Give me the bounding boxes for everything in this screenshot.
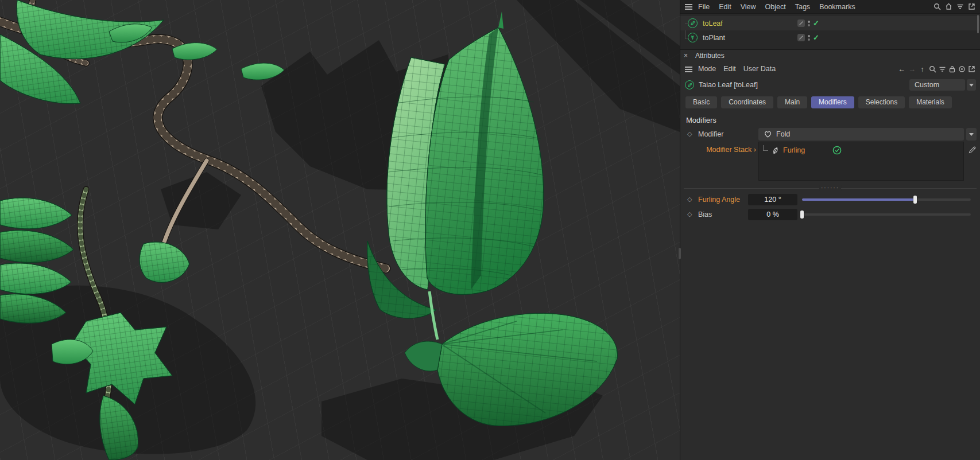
bias-value-field[interactable]: 0 %	[748, 209, 797, 220]
leaf-icon	[772, 146, 780, 154]
hamburger-menu-icon[interactable]	[685, 66, 692, 72]
object-row-toleaf[interactable]: toLeaf ✓	[680, 16, 980, 30]
scrollbar-thumb[interactable]	[977, 15, 979, 33]
panel-title: Attributes	[695, 52, 725, 60]
stack-item-label: Furling	[783, 146, 805, 154]
object-label[interactable]: toPlant	[703, 34, 725, 42]
tab-modifiers[interactable]: Modifiers	[811, 96, 854, 108]
keyframe-diamond-icon[interactable]: ◇	[687, 130, 692, 138]
application-window: File Edit View Object Tags Bookmarks	[0, 0, 980, 460]
search-icon[interactable]	[933, 3, 941, 11]
tab-selections[interactable]: Selections	[858, 96, 905, 108]
leaf-circle-icon	[688, 18, 698, 28]
selected-object-header: Taiao Leaf [toLeaf] Custom	[680, 76, 980, 93]
bias-row: ◇ Bias 0 %	[680, 207, 980, 222]
lock-icon[interactable]	[948, 65, 956, 73]
menu-user-data[interactable]: User Data	[743, 65, 776, 73]
filter-icon[interactable]	[956, 3, 964, 11]
slider-fill	[802, 198, 915, 201]
tree-elbow-icon	[763, 145, 768, 151]
bias-slider[interactable]	[802, 209, 971, 220]
viewport-3d[interactable]	[0, 0, 680, 460]
tab-basic[interactable]: Basic	[685, 96, 717, 108]
splitter-grip-dots: ······	[819, 185, 841, 191]
attributes-toolbar: Mode Edit User Data ← → ↑	[680, 61, 980, 76]
furling-angle-row: ◇ Furling Angle 120 °	[680, 192, 980, 207]
enable-check-icon[interactable]: ✓	[813, 20, 819, 27]
chevron-down-icon	[969, 84, 974, 87]
preset-dropdown[interactable]: Custom	[909, 79, 965, 91]
hamburger-menu-icon[interactable]	[685, 3, 692, 10]
tab-coordinates[interactable]: Coordinates	[721, 96, 773, 108]
param-label: Furling Angle	[698, 196, 740, 204]
target-icon[interactable]	[958, 65, 966, 73]
expand-chevron-icon: ›	[754, 146, 756, 154]
visibility-dots-icon[interactable]	[807, 21, 811, 26]
param-label: Bias	[698, 210, 712, 219]
section-splitter[interactable]: ······	[680, 185, 980, 192]
furling-angle-value-field[interactable]: 120 °	[748, 194, 797, 205]
visibility-dots-icon[interactable]	[807, 35, 811, 41]
modifier-dropdown-button[interactable]	[966, 128, 977, 141]
furling-angle-slider[interactable]	[802, 194, 971, 205]
up-arrow-icon[interactable]: ↑	[918, 65, 927, 73]
object-label[interactable]: toLeaf	[703, 20, 723, 28]
modifier-stack-label[interactable]: Modifier Stack ›	[680, 146, 756, 154]
chevron-down-icon	[969, 133, 974, 136]
object-manager-menubar: File Edit View Object Tags Bookmarks	[680, 0, 980, 14]
slider-handle[interactable]	[913, 196, 917, 204]
close-icon[interactable]: ×	[684, 52, 693, 60]
back-arrow-icon[interactable]: ←	[897, 65, 906, 73]
filter-icon[interactable]	[938, 65, 946, 73]
object-name: Taiao Leaf [toLeaf]	[699, 81, 758, 89]
object-row-toplant[interactable]: toPlant ✓	[680, 30, 980, 45]
menu-file[interactable]: File	[698, 3, 710, 11]
stack-item-furling[interactable]: Furling	[759, 143, 963, 157]
edit-pencil-icon[interactable]	[968, 146, 977, 156]
menu-edit[interactable]: Edit	[719, 3, 731, 11]
modifier-stack-list[interactable]: Furling	[758, 142, 964, 181]
menu-object[interactable]: Object	[765, 3, 786, 11]
enabled-circle-check-icon[interactable]	[832, 146, 842, 155]
tab-materials[interactable]: Materials	[909, 96, 952, 108]
search-icon[interactable]	[928, 65, 936, 73]
viewport-scene	[0, 0, 680, 460]
attribute-tabs: Basic Coordinates Main Modifiers Selecti…	[680, 93, 980, 111]
home-icon[interactable]	[944, 3, 952, 11]
object-manager: toLeaf ✓ toPlant	[680, 14, 980, 49]
layer-toggle-icon[interactable]	[797, 34, 805, 41]
slider-track[interactable]	[802, 213, 971, 216]
layer-toggle-icon[interactable]	[797, 20, 805, 27]
modifier-stack-area: Modifier Stack › Furling	[680, 142, 980, 184]
keyframe-diamond-icon[interactable]: ◇	[687, 210, 692, 218]
tab-main[interactable]: Main	[777, 96, 807, 108]
fold-icon	[764, 130, 772, 138]
menu-mode[interactable]: Mode	[698, 65, 716, 73]
keyframe-diamond-icon[interactable]: ◇	[687, 196, 692, 203]
panel-splitter[interactable]	[679, 248, 681, 259]
new-window-icon[interactable]	[967, 3, 975, 11]
attributes-panel-header: × Attributes	[680, 49, 980, 61]
menu-tags[interactable]: Tags	[795, 3, 810, 11]
forward-arrow-icon[interactable]: →	[908, 65, 916, 73]
param-label: Modifier	[698, 130, 723, 138]
menu-view[interactable]: View	[741, 3, 756, 11]
slider-handle[interactable]	[800, 210, 804, 219]
menu-edit[interactable]: Edit	[723, 65, 736, 73]
modifier-dropdown[interactable]: Fold	[758, 128, 964, 141]
plant-circle-icon	[688, 33, 698, 42]
new-window-icon[interactable]	[967, 65, 975, 73]
modifier-param-row: ◇ Modifier Fold	[680, 127, 980, 142]
enable-check-icon[interactable]: ✓	[813, 34, 819, 41]
preset-dropdown-button[interactable]	[967, 79, 976, 91]
modifier-value: Fold	[776, 130, 790, 138]
right-panel: File Edit View Object Tags Bookmarks	[680, 0, 980, 460]
section-title: Modifiers	[680, 111, 980, 127]
leaf-circle-icon	[685, 80, 694, 89]
menu-bookmarks[interactable]: Bookmarks	[819, 3, 855, 11]
